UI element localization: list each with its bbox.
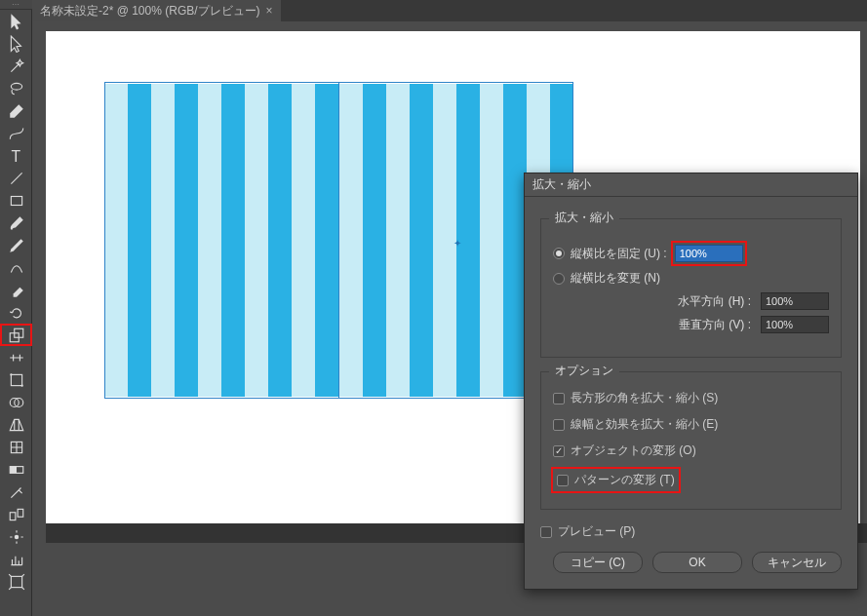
svg-rect-14 (10, 512, 16, 520)
v-label: 垂直方向 (V) : (679, 317, 751, 333)
checkbox-scale-corners-label: 長方形の角を拡大・縮小 (S) (571, 390, 718, 406)
direct-selection-tool[interactable] (0, 32, 32, 55)
perspective-tool[interactable] (0, 413, 32, 436)
svg-point-7 (10, 373, 12, 375)
radio-uniform-label: 縦横比を固定 (U) : (571, 246, 667, 262)
svg-rect-3 (11, 196, 21, 205)
checkbox-transform-objects[interactable] (553, 445, 565, 457)
svg-point-16 (14, 534, 19, 539)
pencil-tool[interactable] (0, 234, 32, 256)
checkbox-transform-objects-label: オブジェクトの変形 (O) (571, 443, 696, 459)
mesh-tool[interactable] (0, 436, 32, 458)
magic-wand-tool[interactable] (0, 55, 32, 77)
document-tab[interactable]: 名称未設定-2* @ 100% (RGB/プレビュー) × (32, 0, 281, 21)
svg-line-2 (11, 173, 21, 183)
svg-point-8 (20, 384, 22, 386)
svg-rect-17 (11, 576, 21, 587)
document-tab-title: 名称未設定-2* @ 100% (RGB/プレビュー) (40, 3, 260, 19)
svg-rect-13 (10, 466, 17, 473)
h-value-input[interactable] (761, 292, 829, 310)
options-legend: オプション (549, 363, 619, 379)
free-transform-tool[interactable] (0, 368, 32, 391)
checkbox-transform-patterns[interactable] (557, 475, 569, 486)
line-tool[interactable] (0, 167, 32, 189)
shape-builder-tool[interactable] (0, 391, 32, 413)
scale-legend: 拡大・縮小 (549, 210, 619, 226)
blend-tool[interactable] (0, 503, 32, 525)
options-fieldset: オプション 長方形の角を拡大・縮小 (S) 線幅と効果を拡大・縮小 (E) オブ… (540, 371, 842, 510)
graph-tool[interactable] (0, 548, 32, 570)
cancel-button[interactable]: キャンセル (752, 552, 842, 573)
transform-center-icon: ✦ (453, 239, 461, 247)
checkbox-scale-strokes-label: 線幅と効果を拡大・縮小 (E) (571, 416, 718, 433)
dialog-title[interactable]: 拡大・縮小 (525, 173, 857, 197)
lasso-tool[interactable] (0, 77, 32, 99)
toolbar-grip: ⋯ (0, 0, 32, 10)
svg-text:T: T (11, 147, 20, 164)
artboard-tool[interactable] (0, 570, 32, 593)
selection-mid-line (338, 82, 339, 399)
scale-dialog: 拡大・縮小 拡大・縮小 縦横比を固定 (U) : 縦横比を変更 (N) 水平方向… (524, 173, 858, 590)
checkbox-scale-strokes[interactable] (553, 419, 565, 431)
svg-point-0 (11, 83, 21, 90)
checkbox-scale-corners[interactable] (553, 393, 565, 404)
svg-rect-6 (11, 374, 21, 385)
width-tool[interactable] (0, 346, 32, 368)
pattern-option-highlight: パターンの変形 (T) (553, 469, 679, 491)
curve-tool[interactable] (0, 122, 32, 144)
svg-rect-15 (18, 509, 23, 517)
brush-tool[interactable] (0, 212, 32, 234)
uniform-value-highlight (673, 243, 745, 264)
scale-tool[interactable] (0, 324, 32, 346)
eraser-tool[interactable] (0, 279, 32, 301)
pen-tool[interactable] (0, 99, 32, 122)
copy-button[interactable]: コピー (C) (553, 552, 643, 573)
radio-uniform[interactable] (553, 248, 565, 259)
ok-button[interactable]: OK (652, 552, 742, 573)
tool-toolbar: ⋯ T (0, 0, 32, 616)
uniform-value-input[interactable] (675, 245, 743, 262)
selection-tool[interactable] (0, 10, 32, 32)
v-value-input[interactable] (761, 316, 829, 333)
document-tabbar: 名称未設定-2* @ 100% (RGB/プレビュー) × (32, 0, 867, 21)
close-icon[interactable]: × (266, 4, 273, 18)
gradient-tool[interactable] (0, 458, 32, 481)
type-tool[interactable]: T (0, 144, 32, 167)
shaper-tool[interactable] (0, 256, 32, 279)
scale-fieldset: 拡大・縮小 縦横比を固定 (U) : 縦横比を変更 (N) 水平方向 (H) :… (540, 218, 842, 358)
radio-nonuniform[interactable] (553, 273, 565, 285)
checkbox-transform-patterns-label: パターンの変形 (T) (574, 472, 675, 488)
checkbox-preview-label: プレビュー (P) (558, 523, 635, 540)
radio-nonuniform-label: 縦横比を変更 (N) (571, 270, 660, 287)
eyedropper-tool[interactable] (0, 481, 32, 503)
h-label: 水平方向 (H) : (678, 293, 751, 310)
symbol-tool[interactable] (0, 525, 32, 548)
checkbox-preview[interactable] (540, 526, 552, 538)
rect-tool[interactable] (0, 189, 32, 212)
rotate-tool[interactable] (0, 301, 32, 324)
